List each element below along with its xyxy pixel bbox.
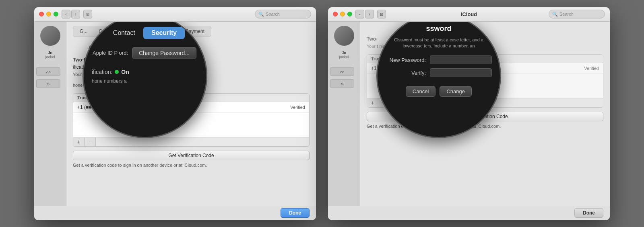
grid-button-left[interactable]: ⊞ [83,10,92,18]
maximize-button-left[interactable] [54,12,58,16]
zoom-content-left: Contact Security Apple ID P ord: Change … [84,22,206,137]
zoom-change-button[interactable]: Change [440,86,472,97]
zoom-verify-input[interactable] [430,68,492,77]
zoom-content-right: ssword Clssword must be at least a case … [378,22,500,137]
sidebar-name-right: Jo [339,51,349,55]
screenshots-container: ‹ › ⊞ 🔍 Search Jo joekel Ac S [0,0,644,227]
verified-badge-left: Verified [290,105,305,110]
add-phone-button-left[interactable]: + [73,137,85,146]
sidebar-items-left: Ac S [36,65,64,88]
remove-phone-button-left[interactable]: − [85,137,96,146]
close-button-left[interactable] [39,12,44,16]
titlebar-title-right: iCloud [389,11,549,17]
nav-buttons-left: ‹ › [62,10,80,18]
sidebar-name-left: Jo [45,51,55,55]
zoom-apple-id-row: Apple ID P ord: Change Password... [92,47,198,59]
sidebar-email-left: joekel [45,55,55,59]
traffic-lights-left [39,12,58,16]
zoom-new-password-input[interactable] [430,55,492,64]
left-window: ‹ › ⊞ 🔍 Search Jo joekel Ac S [34,7,316,220]
back-button-left[interactable]: ‹ [62,10,70,18]
zoom-password-title: ssword [386,25,492,33]
zoom-apple-id-label: Apple ID P ord: [92,50,128,56]
zoom-status-dot [115,70,119,74]
zoom-cancel-button[interactable]: Cancel [406,86,436,97]
zoom-change-password-btn[interactable]: Change Password... [132,47,196,59]
maximize-button-right[interactable] [347,12,352,16]
titlebar-left: ‹ › ⊞ 🔍 Search [34,7,316,22]
zoom-two-factor-label: ification: [92,69,112,75]
search-box-left[interactable]: 🔍 Search [255,10,311,18]
zoom-password-actions: Cancel Change [386,86,492,97]
add-phone-button-right[interactable]: + [367,98,378,107]
done-button-left[interactable]: Done [281,208,310,218]
user-info-right: Jo joekel [339,51,349,59]
sidebar-left: Jo joekel Ac S [34,22,66,206]
search-placeholder-left: Search [266,12,280,16]
search-icon-left: 🔍 [258,12,264,17]
get-verification-code-button-left[interactable]: Get Verification Code [73,151,310,160]
grid-button-right[interactable]: ⊞ [377,10,386,18]
sidebar-items-right: Ac S [330,65,358,88]
sidebar-btn2-left[interactable]: S [36,79,60,88]
sidebar-right: Jo joekel Ac S [328,22,360,206]
sidebar-btn1-left[interactable]: Ac [36,67,60,76]
zoom-status-on: On [121,69,129,75]
sidebar-btn2-right[interactable]: S [330,79,354,88]
zoom-tabs-left: Contact Security [92,27,198,39]
zoom-phone-hint: hone numbers a [92,78,198,84]
window-footer-right: Done [328,206,610,220]
zoom-tab-security[interactable]: Security [143,27,185,39]
window-footer-left: Done [34,206,316,220]
zoom-tab-contact[interactable]: Contact [105,27,143,39]
sidebar-email-right: joekel [339,55,349,59]
traffic-lights-right [333,12,352,16]
verified-badge-right: Verified [584,66,599,71]
titlebar-right: ‹ › ⊞ iCloud 🔍 Search [328,7,610,22]
close-button-right[interactable] [333,12,338,16]
sidebar-btn1-right[interactable]: Ac [330,67,354,76]
forward-button-left[interactable]: › [71,10,80,18]
window-content-left: Jo joekel Ac S G... Contact Security Dev… [34,22,316,206]
forward-button-right[interactable]: › [365,10,374,18]
zoom-new-password-field: New Password: [386,55,492,64]
user-info-left: Jo joekel [45,51,55,59]
search-box-right[interactable]: 🔍 Search [549,10,605,18]
window-content-right: Jo joekel Ac S Appl Two- Your t [328,22,610,206]
back-button-right[interactable]: ‹ [355,10,364,18]
right-window: ‹ › ⊞ iCloud 🔍 Search Jo joekel Ac S [328,7,610,220]
tab-g-left[interactable]: G... [74,27,93,36]
zoom-new-password-label: New Password: [386,57,426,63]
nav-buttons-right: ‹ › [355,10,374,18]
zoom-verify-label: Verify: [386,70,426,76]
verify-desc-left: Get a verification code to sign in on an… [73,163,310,168]
zoom-verify-field: Verify: [386,68,492,77]
phone-table-controls-left: + − [73,137,309,146]
done-button-right[interactable]: Done [574,208,603,218]
zoom-password-desc: Clssword must be at least a case letter,… [386,37,492,49]
search-placeholder-right: Search [559,12,574,16]
avatar-right [334,26,354,46]
search-icon-right: 🔍 [552,12,558,17]
avatar-left [40,26,60,46]
minimize-button-left[interactable] [46,12,51,16]
zoom-status-row: ification: On [92,69,198,75]
minimize-button-right[interactable] [340,12,345,16]
